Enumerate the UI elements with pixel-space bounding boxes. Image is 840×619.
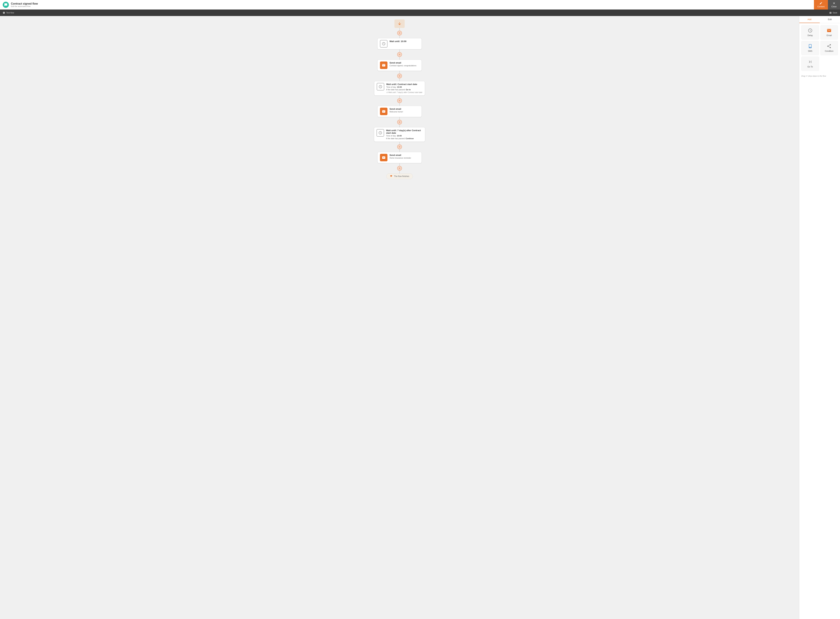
close-label: Close [831, 6, 837, 8]
connector-9 [399, 124, 400, 127]
connector-1 [399, 36, 400, 38]
add-btn-0[interactable]: + [397, 31, 402, 36]
save-button[interactable]: Save [829, 12, 837, 14]
add-btn-6[interactable]: + [397, 166, 402, 171]
wait-step-1[interactable]: Wait until: 10:00 [377, 38, 422, 49]
logo-icon [3, 2, 9, 8]
flow-finish-label: The flow finishes [394, 175, 409, 178]
sidebar-item-condition[interactable]: Condition [821, 41, 838, 55]
wait-step-2[interactable]: Wait until: Contract start date Time of … [374, 81, 425, 96]
wait-step-2-line2: If the date has passed: Go to [386, 88, 422, 91]
flow-start-node [394, 19, 405, 28]
toolbar: Test flow Save [0, 9, 840, 16]
wait-step-1-title: Wait until: 10:00 [389, 40, 419, 43]
connector-4 [399, 71, 400, 73]
add-btn-1[interactable]: + [397, 52, 402, 57]
connector-2 [399, 49, 400, 52]
wait-step-2-line1: Time of day: 10:00 [386, 86, 422, 88]
add-btn-5[interactable]: + [397, 144, 402, 149]
content-label: Content [818, 6, 825, 8]
close-button[interactable]: Close [828, 0, 840, 9]
wait-step-2-content: Wait until: Contract start date Time of … [386, 83, 422, 94]
add-btn-4[interactable]: + [397, 120, 402, 124]
app-header: Contract signed flow Edit the automated … [0, 0, 840, 9]
email-step-3[interactable]: Send email Home insurance reminder [377, 152, 422, 163]
connector-0 [399, 28, 400, 31]
wait-icon-2 [377, 83, 384, 90]
add-btn-3[interactable]: + [397, 98, 402, 103]
sidebar-item-goto[interactable]: Go To [801, 57, 819, 71]
email-step-2[interactable]: Send email Welcome home! [377, 106, 422, 117]
sidebar-grid: Delay Email SMS Conditi [799, 23, 840, 73]
wait-step-2-line3: ⊙ Wait until: 7 day(s) after Contract st… [386, 91, 422, 94]
wait-step-3[interactable]: Wait until: 7 day(s) after Contract star… [374, 127, 425, 142]
connector-5 [399, 78, 400, 81]
email-step-2-sub: Welcome home! [389, 111, 419, 113]
content-button[interactable]: Content [814, 0, 828, 9]
email-step-3-title: Send email [389, 154, 419, 156]
sms-label: SMS [808, 50, 812, 52]
email-step-3-sub: Home insurance reminder [389, 157, 419, 159]
flow-container: + Wait until: 10:00 + Send ema [0, 19, 799, 179]
email-label: Email [827, 34, 832, 37]
wait-step-3-title: Wait until: 7 day(s) after Contract star… [386, 129, 422, 134]
wait-step-1-content: Wait until: 10:00 [389, 40, 419, 43]
main-layout: + Wait until: 10:00 + Send ema [0, 16, 840, 619]
sidebar-item-sms[interactable]: SMS [801, 41, 819, 55]
flow-subtitle: Edit the automated flow [11, 5, 38, 7]
header-right: Content Close [814, 0, 840, 9]
sidebar-item-email[interactable]: Email [821, 25, 838, 39]
sidebar-hint: Drag 'n' drop steps to the flow [799, 73, 840, 79]
email-step-2-title: Send email [389, 108, 419, 110]
email-step-3-content: Send email Home insurance reminder [389, 154, 419, 159]
email-step-1[interactable]: Send email Contract signed, congratulati… [377, 60, 422, 71]
flow-title: Contract signed flow [11, 2, 38, 5]
connector-13 [399, 171, 400, 173]
email-icon-1 [380, 61, 388, 69]
test-flow-label: Test flow [6, 12, 14, 14]
connector-3 [399, 57, 400, 60]
wait-icon-3 [377, 129, 384, 137]
wait-step-3-line2: If the date has passed: Continue [386, 137, 422, 140]
wait-step-2-title: Wait until: Contract start date [386, 83, 422, 85]
wait-step-3-content: Wait until: 7 day(s) after Contract star… [386, 129, 422, 140]
sidebar-item-delay[interactable]: Delay [801, 25, 819, 39]
sidebar-tabs: Add Edit [799, 16, 840, 23]
email-step-2-content: Send email Welcome home! [389, 108, 419, 113]
condition-label: Condition [825, 50, 834, 52]
connector-6 [399, 96, 400, 98]
header-titles: Contract signed flow Edit the automated … [11, 2, 38, 7]
connector-8 [399, 117, 400, 120]
tab-edit[interactable]: Edit [820, 16, 840, 23]
email-step-1-title: Send email [389, 61, 419, 64]
email-icon-2 [380, 108, 388, 115]
tab-add[interactable]: Add [799, 16, 820, 23]
header-left: Contract signed flow Edit the automated … [3, 2, 38, 8]
save-label: Save [833, 12, 837, 14]
add-btn-2[interactable]: + [397, 73, 402, 78]
connector-12 [399, 163, 400, 166]
connector-11 [399, 149, 400, 152]
test-flow-button[interactable]: Test flow [3, 12, 14, 14]
sidebar: Add Edit Delay Email [799, 16, 840, 619]
connector-10 [399, 142, 400, 144]
flow-canvas: + Wait until: 10:00 + Send ema [0, 16, 799, 619]
goto-label: Go To [807, 66, 813, 68]
wait-step-3-line1: Time of day: 10:00 [386, 135, 422, 137]
email-step-1-content: Send email Contract signed, congratulati… [389, 61, 419, 67]
wait-icon-1 [380, 40, 388, 48]
email-icon-3 [380, 154, 388, 161]
connector-7 [399, 103, 400, 106]
email-step-1-sub: Contract signed, congratulations [389, 64, 419, 67]
delay-label: Delay [807, 34, 813, 37]
flow-finish-node: The flow finishes [386, 173, 413, 179]
